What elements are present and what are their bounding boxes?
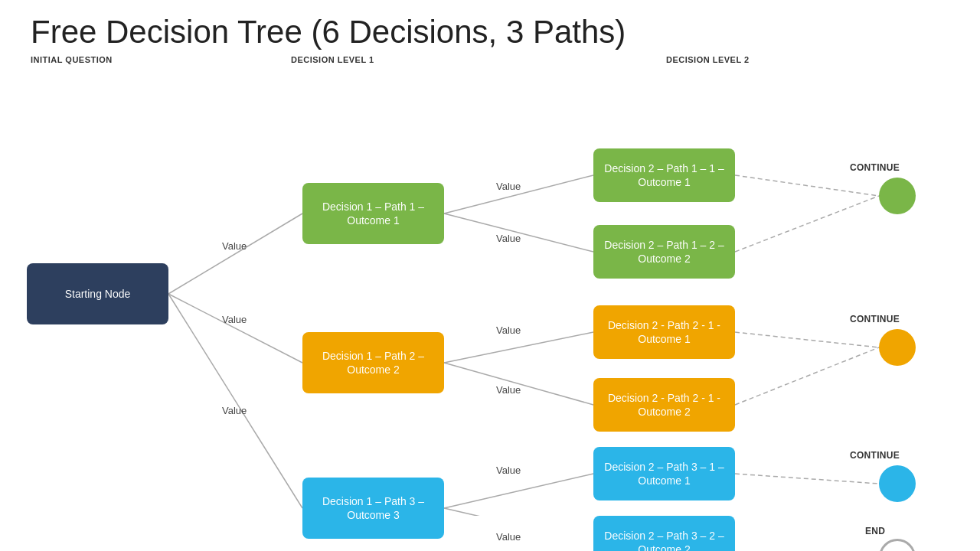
value-label-6: Value (496, 324, 521, 336)
starting-node: Starting Node (27, 263, 168, 324)
circle-continue-green (879, 178, 916, 214)
svg-line-10 (735, 196, 879, 252)
value-label-4: Value (496, 181, 521, 192)
value-label-7: Value (496, 384, 521, 396)
node-green2a: Decision 2 – Path 1 – 1 – Outcome 1 (593, 148, 735, 202)
node-orange2a: Decision 2 - Path 2 - 1 - Outcome 1 (593, 305, 735, 359)
label-continue3: CONTINUE (850, 450, 900, 461)
svg-line-9 (735, 175, 879, 196)
svg-line-0 (168, 214, 302, 294)
page-title: Free Decision Tree (6 Decisions, 3 Paths… (0, 0, 980, 55)
value-label-8: Value (496, 465, 521, 476)
value-label-2: Value (222, 314, 247, 325)
node-blue1: Decision 1 – Path 3 – Outcome 3 (302, 478, 444, 539)
svg-line-8 (444, 508, 593, 516)
node-orange1: Decision 1 – Path 2 – Outcome 2 (302, 332, 444, 393)
value-label-5: Value (496, 233, 521, 244)
label-continue2: CONTINUE (850, 314, 900, 324)
circle-end-gray (879, 539, 916, 551)
header-initial: INITIAL QUESTION (31, 55, 199, 64)
node-green1: Decision 1 – Path 1 – Outcome 1 (302, 183, 444, 244)
svg-line-12 (735, 347, 879, 405)
diagram-area: Starting Node Decision 1 – Path 1 – Outc… (0, 72, 980, 516)
svg-line-11 (735, 332, 879, 347)
svg-line-5 (444, 332, 593, 363)
circle-continue-blue (879, 465, 916, 502)
label-end: END (865, 526, 885, 536)
label-continue1: CONTINUE (850, 162, 900, 173)
value-label-9: Value (496, 531, 521, 543)
svg-line-13 (735, 474, 879, 484)
header-level1: DECISION LEVEL 1 (291, 55, 505, 64)
node-blue2b: Decision 2 – Path 3 – 2 – Outcome 2 (593, 516, 735, 551)
svg-line-7 (444, 474, 593, 508)
node-blue2a: Decision 2 – Path 3 – 1 – Outcome 1 (593, 447, 735, 500)
svg-line-2 (168, 294, 302, 508)
node-green2b: Decision 2 – Path 1 – 2 – Outcome 2 (593, 225, 735, 279)
svg-line-1 (168, 294, 302, 363)
node-orange2b: Decision 2 - Path 2 - 1 - Outcome 2 (593, 378, 735, 432)
value-label-1: Value (222, 240, 247, 252)
header-level2: DECISION LEVEL 2 (666, 55, 880, 64)
circle-continue-orange (879, 329, 916, 366)
value-label-3: Value (222, 405, 247, 416)
